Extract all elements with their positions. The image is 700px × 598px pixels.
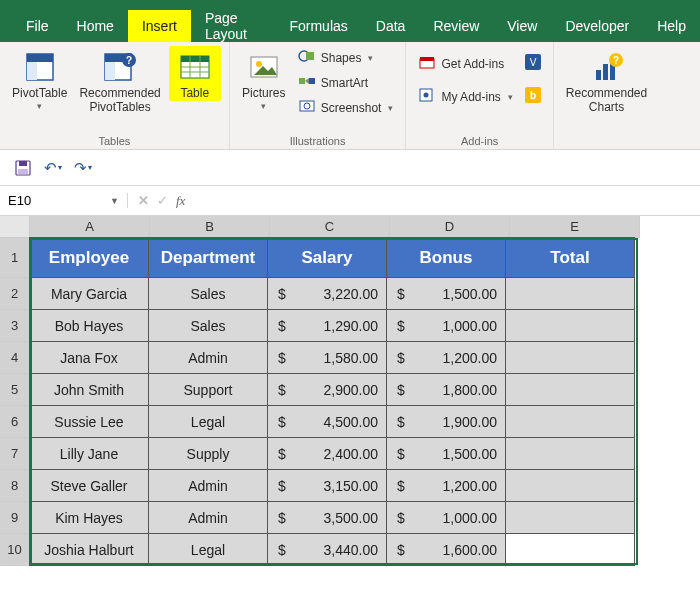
worksheet-grid[interactable]: A B C D E 1 Employee Department Salary B… — [0, 216, 700, 566]
cell-department[interactable]: Admin — [148, 469, 268, 502]
tab-help[interactable]: Help — [643, 10, 700, 42]
bing-addin-button[interactable]: b — [521, 85, 545, 108]
tab-developer[interactable]: Developer — [551, 10, 643, 42]
cell-total[interactable] — [505, 437, 635, 470]
header-employee[interactable]: Employee — [29, 237, 149, 278]
pivottable-button[interactable]: PivotTable ▾ — [8, 46, 71, 111]
cell-total[interactable] — [505, 469, 635, 502]
cell-salary[interactable]: $2,900.00 — [267, 373, 387, 406]
undo-button[interactable]: ↶▾ — [40, 155, 66, 181]
cell-bonus[interactable]: $1,200.00 — [386, 469, 506, 502]
tab-view[interactable]: View — [493, 10, 551, 42]
smartart-button[interactable]: SmartArt — [294, 71, 398, 94]
cancel-icon[interactable]: ✕ — [138, 193, 149, 208]
save-button[interactable] — [10, 155, 36, 181]
row-head-2[interactable]: 2 — [0, 278, 30, 310]
cell-department[interactable]: Sales — [148, 309, 268, 342]
cell-total[interactable] — [505, 277, 635, 310]
cell-salary[interactable]: $3,500.00 — [267, 501, 387, 534]
cell-total[interactable] — [505, 501, 635, 534]
cell-total[interactable] — [505, 405, 635, 438]
tab-page-layout[interactable]: Page Layout — [191, 10, 276, 42]
col-head-C[interactable]: C — [270, 216, 390, 238]
tab-insert[interactable]: Insert — [128, 10, 191, 42]
row-head-5[interactable]: 5 — [0, 374, 30, 406]
screenshot-button[interactable]: Screenshot▾ — [294, 96, 398, 119]
cell-bonus[interactable]: $1,500.00 — [386, 277, 506, 310]
select-all-corner[interactable] — [0, 216, 30, 238]
my-addins-button[interactable]: My Add-ins▾ — [414, 85, 516, 108]
cell-employee[interactable]: Lilly Jane — [29, 437, 149, 470]
visio-addin-button[interactable]: V — [521, 52, 545, 75]
cell-employee[interactable]: John Smith — [29, 373, 149, 406]
col-head-B[interactable]: B — [150, 216, 270, 238]
shapes-button[interactable]: Shapes▾ — [294, 46, 398, 69]
cell-total[interactable] — [505, 533, 635, 566]
tab-home[interactable]: Home — [63, 10, 128, 42]
cell-department[interactable]: Admin — [148, 341, 268, 374]
header-salary[interactable]: Salary — [267, 237, 387, 278]
recommended-pivottables-button[interactable]: ? Recommended PivotTables — [75, 46, 164, 115]
cell-bonus[interactable]: $1,000.00 — [386, 501, 506, 534]
row-head-9[interactable]: 9 — [0, 502, 30, 534]
cell-total[interactable] — [505, 373, 635, 406]
cell-salary[interactable]: $2,400.00 — [267, 437, 387, 470]
row-head-6[interactable]: 6 — [0, 406, 30, 438]
cell-employee[interactable]: Joshia Halburt — [29, 533, 149, 566]
header-bonus[interactable]: Bonus — [386, 237, 506, 278]
table-label: Table — [180, 87, 209, 101]
header-total[interactable]: Total — [505, 237, 635, 278]
cell-bonus[interactable]: $1,600.00 — [386, 533, 506, 566]
col-head-E[interactable]: E — [510, 216, 640, 238]
fx-icon[interactable]: fx — [176, 193, 185, 209]
cell-department[interactable]: Supply — [148, 437, 268, 470]
cell-department[interactable]: Legal — [148, 533, 268, 566]
cell-total[interactable] — [505, 309, 635, 342]
row-head-3[interactable]: 3 — [0, 310, 30, 342]
cell-employee[interactable]: Sussie Lee — [29, 405, 149, 438]
tab-review[interactable]: Review — [419, 10, 493, 42]
cell-employee[interactable]: Kim Hayes — [29, 501, 149, 534]
table-button[interactable]: Table — [169, 46, 221, 101]
row-head-8[interactable]: 8 — [0, 470, 30, 502]
name-box[interactable]: E10 ▼ — [0, 193, 128, 208]
header-department[interactable]: Department — [148, 237, 268, 278]
cell-salary[interactable]: $1,580.00 — [267, 341, 387, 374]
cell-salary[interactable]: $3,440.00 — [267, 533, 387, 566]
col-head-A[interactable]: A — [30, 216, 150, 238]
cell-employee[interactable]: Steve Galler — [29, 469, 149, 502]
svg-rect-33 — [603, 64, 608, 80]
svg-rect-19 — [299, 78, 305, 84]
row-head-7[interactable]: 7 — [0, 438, 30, 470]
tab-formulas[interactable]: Formulas — [275, 10, 361, 42]
cell-department[interactable]: Legal — [148, 405, 268, 438]
recommended-charts-button[interactable]: ? Recommended Charts — [562, 46, 651, 115]
cell-salary[interactable]: $1,290.00 — [267, 309, 387, 342]
cell-department[interactable]: Support — [148, 373, 268, 406]
dropdown-icon: ▼ — [110, 196, 119, 206]
cell-bonus[interactable]: $1,500.00 — [386, 437, 506, 470]
row-head-4[interactable]: 4 — [0, 342, 30, 374]
tab-data[interactable]: Data — [362, 10, 420, 42]
cell-salary[interactable]: $3,150.00 — [267, 469, 387, 502]
cell-employee[interactable]: Bob Hayes — [29, 309, 149, 342]
redo-button[interactable]: ↷▾ — [70, 155, 96, 181]
cell-employee[interactable]: Jana Fox — [29, 341, 149, 374]
cell-bonus[interactable]: $1,000.00 — [386, 309, 506, 342]
cell-bonus[interactable]: $1,200.00 — [386, 341, 506, 374]
pictures-button[interactable]: Pictures ▾ — [238, 46, 290, 111]
cell-bonus[interactable]: $1,900.00 — [386, 405, 506, 438]
row-head-1[interactable]: 1 — [0, 238, 30, 278]
cell-bonus[interactable]: $1,800.00 — [386, 373, 506, 406]
cell-employee[interactable]: Mary Garcia — [29, 277, 149, 310]
cell-total[interactable] — [505, 341, 635, 374]
cell-department[interactable]: Sales — [148, 277, 268, 310]
cell-department[interactable]: Admin — [148, 501, 268, 534]
row-head-10[interactable]: 10 — [0, 534, 30, 566]
col-head-D[interactable]: D — [390, 216, 510, 238]
get-addins-button[interactable]: Get Add-ins — [414, 52, 516, 75]
cell-salary[interactable]: $3,220.00 — [267, 277, 387, 310]
tab-file[interactable]: File — [12, 10, 63, 42]
enter-icon[interactable]: ✓ — [157, 193, 168, 208]
cell-salary[interactable]: $4,500.00 — [267, 405, 387, 438]
